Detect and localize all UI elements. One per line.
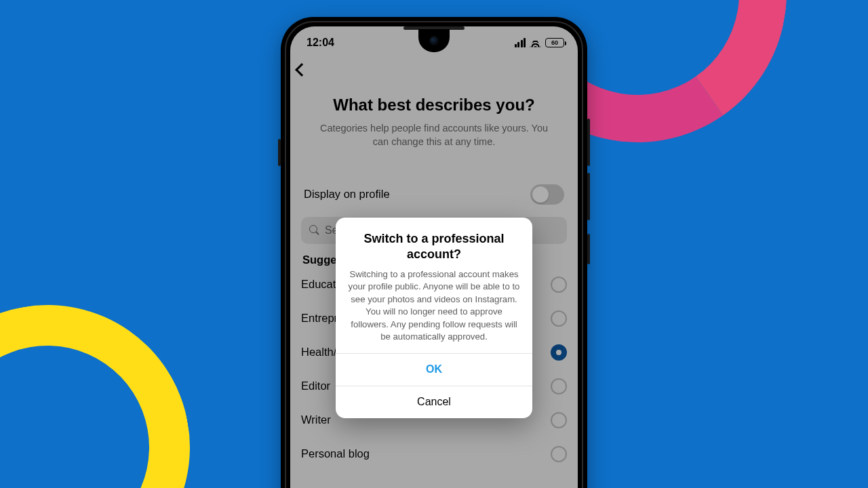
side-button	[587, 173, 590, 220]
dialog-title: Switch to a professional account?	[347, 231, 521, 262]
decorative-ring-yellow	[0, 283, 212, 488]
confirm-dialog: Switch to a professional account? Switch…	[336, 218, 532, 418]
side-button	[587, 119, 590, 166]
ok-label: OK	[426, 363, 442, 375]
canvas: 12:04 60 What best describes you? Catego…	[0, 0, 868, 488]
cancel-label: Cancel	[417, 396, 451, 408]
side-button	[278, 139, 281, 166]
dialog-body: Switch to a professional account? Switch…	[336, 218, 532, 353]
dialog-message: Switching to a professional account make…	[347, 268, 521, 344]
phone-frame: 12:04 60 What best describes you? Catego…	[281, 17, 587, 488]
cancel-button[interactable]: Cancel	[336, 386, 532, 418]
side-button	[587, 234, 590, 264]
screen: 12:04 60 What best describes you? Catego…	[290, 26, 578, 488]
ok-button[interactable]: OK	[336, 353, 532, 386]
